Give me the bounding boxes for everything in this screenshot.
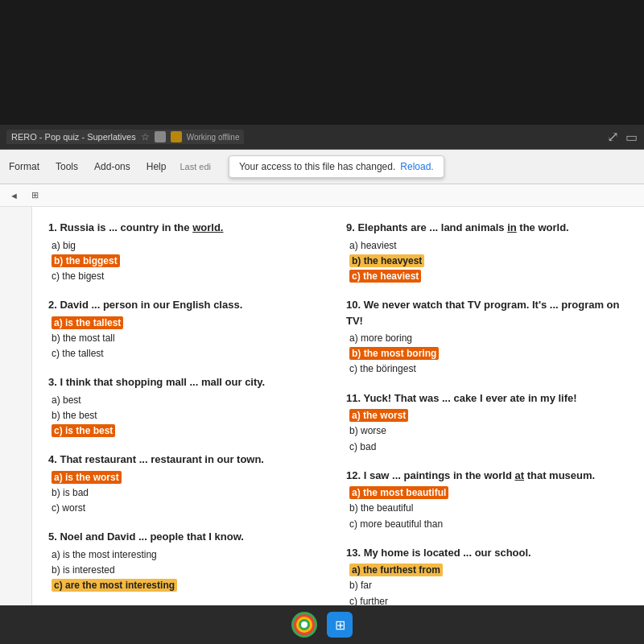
notification-banner: Your access to this file has changed. Re… — [229, 155, 444, 178]
q9-opt-a: a) heaviest — [349, 238, 628, 254]
q10-text: 10. We never watch that TV program. It's… — [346, 297, 628, 328]
q12-text: 12. I saw ... paintings in the world at … — [346, 468, 628, 484]
q12-opt-b: b) the beautiful — [349, 501, 628, 516]
menu-item-help[interactable]: Help — [144, 160, 169, 173]
q13-opt-a: a) the furthest from — [349, 563, 628, 578]
q11-opt-a: a) the worst — [349, 408, 628, 423]
right-column: 9. Elephants are ... land animals in the… — [346, 220, 628, 622]
q12-opt-a: a) the most beautiful — [349, 485, 628, 501]
tab-icon-1 — [155, 131, 166, 142]
q5-opt-b: b) is interested — [52, 563, 330, 578]
q5-opt-c: c) are the most interesting — [52, 578, 330, 593]
q1-text: 1. Russia is ... country in the world. — [48, 220, 330, 236]
q10-opt-b: b) the most boring — [349, 346, 628, 361]
q5-text: 5. Noel and David ... people that I know… — [48, 529, 330, 545]
q9-opt-b: b) the heavyest — [349, 254, 628, 269]
q12-options: a) the most beautiful b) the beautiful c… — [346, 485, 628, 532]
question-10: 10. We never watch that TV program. It's… — [346, 297, 628, 378]
tab-title: RERO - Pop quiz - Superlatives — [11, 132, 136, 142]
taskbar: ⊞ — [0, 605, 644, 644]
q9-options: a) heaviest b) the heavyest c) the heavi… — [346, 238, 628, 285]
tab-bar: RERO - Pop quiz - Superlatives ☆ Working… — [6, 130, 244, 144]
q3-opt-a: a) best — [52, 393, 330, 408]
question-12: 12. I saw ... paintings in the world at … — [346, 468, 628, 532]
question-13: 13. My home is located ... our school. a… — [346, 545, 628, 609]
question-2: 2. David ... person in our English class… — [48, 297, 330, 361]
table-icon[interactable]: ⊞ — [28, 189, 42, 201]
question-4: 4. That restaurant ... restaurant in our… — [48, 452, 330, 516]
menu-bar: Format Tools Add-ons Help Last edi Your … — [0, 150, 644, 184]
q1-opt-b: b) the biggest — [52, 254, 330, 269]
maximize-icon[interactable]: ▭ — [625, 130, 638, 145]
top-black-area — [0, 0, 644, 125]
chrome-icon[interactable] — [291, 612, 317, 638]
q3-text: 3. I think that shopping mall ... mall o… — [48, 374, 330, 390]
menu-item-addons[interactable]: Add-ons — [92, 160, 133, 173]
offline-label: Working offline — [187, 133, 240, 142]
question-3: 3. I think that shopping mall ... mall o… — [48, 374, 330, 439]
q9-text: 9. Elephants are ... land animals in the… — [346, 220, 628, 236]
files-icon[interactable]: ⊞ — [327, 612, 353, 638]
q11-options: a) the worst b) worse c) bad — [346, 408, 628, 455]
q11-opt-b: b) worse — [349, 423, 628, 439]
q4-opt-a: a) is the worst — [52, 470, 330, 485]
q2-opt-b: b) the most tall — [52, 331, 330, 346]
q4-opt-c: c) worst — [52, 501, 330, 516]
q3-opt-b: b) the best — [52, 408, 330, 423]
offline-badge: Working offline — [187, 133, 240, 142]
question-11: 11. Yuck! That was ... cake I ever ate i… — [346, 390, 628, 455]
doc-wrapper: 1. Russia is ... country in the world. a… — [0, 207, 644, 644]
browser-chrome: RERO - Pop quiz - Superlatives ☆ Working… — [0, 125, 644, 150]
tab-icon-2 — [171, 131, 182, 142]
q5-options: a) is the most interesting b) is interes… — [48, 547, 330, 594]
toolbar-row: ◄ ⊞ — [0, 184, 644, 207]
q4-text: 4. That restaurant ... restaurant in our… — [48, 452, 330, 468]
q2-opt-a: a) is the tallest — [52, 316, 330, 331]
reload-link[interactable]: Reload. — [400, 161, 433, 172]
q10-opt-c: c) the böringest — [349, 361, 628, 377]
doc-content: 1. Russia is ... country in the world. a… — [32, 207, 644, 644]
question-9: 9. Elephants are ... land animals in the… — [346, 220, 628, 284]
q1-opt-a: a) big — [52, 238, 330, 254]
notification-text: Your access to this file has changed. — [239, 161, 395, 172]
q11-text: 11. Yuck! That was ... cake I ever ate i… — [346, 390, 628, 407]
q10-options: a) more boring b) the most boring c) the… — [346, 331, 628, 378]
q1-opt-c: c) the bigest — [52, 269, 330, 284]
back-btn[interactable]: ◄ — [6, 190, 22, 201]
q2-opt-c: c) the tallest — [52, 346, 330, 361]
columns: 1. Russia is ... country in the world. a… — [48, 220, 628, 622]
q12-opt-c: c) more beautiful than — [349, 517, 628, 532]
q10-opt-a: a) more boring — [349, 331, 628, 346]
q9-opt-c: c) the heaviest — [349, 269, 628, 284]
last-edit: Last edi — [180, 162, 211, 171]
q1-options: a) big b) the biggest c) the bigest — [48, 238, 330, 285]
q2-text: 2. David ... person in our English class… — [48, 297, 330, 313]
menu-item-format[interactable]: Format — [6, 160, 42, 173]
q11-opt-c: c) bad — [349, 440, 628, 455]
star-icon[interactable]: ☆ — [141, 131, 150, 142]
minimize-icon[interactable]: ⤢ — [607, 128, 619, 146]
question-5: 5. Noel and David ... people that I know… — [48, 529, 330, 593]
left-column: 1. Russia is ... country in the world. a… — [48, 220, 330, 622]
screen: RERO - Pop quiz - Superlatives ☆ Working… — [0, 0, 644, 644]
q13-text: 13. My home is located ... our school. — [346, 545, 628, 561]
q5-opt-a: a) is the most interesting — [52, 547, 330, 563]
q3-opt-c: c) is the best — [52, 423, 330, 439]
q13-opt-b: b) far — [349, 578, 628, 593]
q4-options: a) is the worst b) is bad c) worst — [48, 470, 330, 517]
doc-sidebar — [0, 207, 32, 644]
q3-options: a) best b) the best c) is the best — [48, 393, 330, 440]
q4-opt-b: b) is bad — [52, 485, 330, 501]
menu-item-tools[interactable]: Tools — [53, 160, 80, 173]
q13-options: a) the furthest from b) far c) further — [346, 563, 628, 609]
question-1: 1. Russia is ... country in the world. a… — [48, 220, 330, 284]
q2-options: a) is the tallest b) the most tall c) th… — [48, 316, 330, 362]
